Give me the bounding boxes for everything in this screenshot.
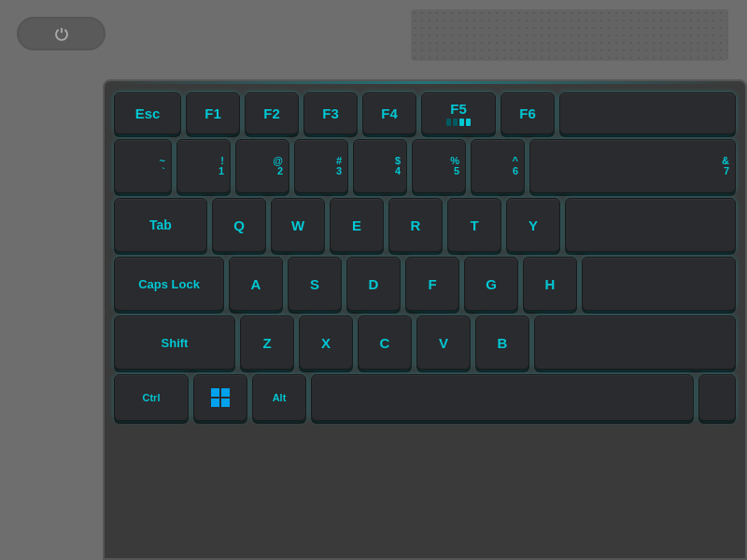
zxcv-key-row: Shift Z X C V B <box>114 315 736 370</box>
key-q[interactable]: Q <box>212 198 266 252</box>
key-f6[interactable]: F6 <box>500 92 555 134</box>
key-backtick[interactable]: ~ ` <box>114 139 172 193</box>
key-f[interactable]: F <box>405 257 459 311</box>
f5-brightness-indicators <box>446 119 471 126</box>
key-esc[interactable]: Esc <box>114 92 181 134</box>
key-4[interactable]: $ 4 <box>353 139 407 193</box>
qwerty-key-row: Tab Q W E R T Y <box>114 198 736 252</box>
key-v[interactable]: V <box>416 315 471 370</box>
win-quad-2 <box>221 388 230 397</box>
bar4 <box>466 119 471 126</box>
key-f5[interactable]: F5 <box>421 92 496 134</box>
key-alt[interactable]: Alt <box>252 374 306 421</box>
key-3[interactable]: # 3 <box>294 139 348 193</box>
speaker-grille <box>411 9 728 61</box>
key-2[interactable]: @ 2 <box>235 139 289 193</box>
key-j-partial[interactable] <box>582 257 736 311</box>
power-button[interactable] <box>17 17 106 50</box>
function-key-row: Esc F1 F2 F3 F4 F5 <box>114 92 736 134</box>
key-6[interactable]: ^ 6 <box>471 139 525 193</box>
key-f4[interactable]: F4 <box>362 92 416 134</box>
number-key-row: ~ ` ! 1 @ 2 # 3 $ 4 <box>114 139 736 193</box>
key-g[interactable]: G <box>464 257 518 311</box>
power-button-area <box>17 17 106 50</box>
key-z[interactable]: Z <box>240 315 294 370</box>
key-caps-lock[interactable]: Caps Lock <box>114 257 224 311</box>
win-quad-1 <box>211 388 219 397</box>
key-r[interactable]: R <box>388 198 443 252</box>
key-d[interactable]: D <box>346 257 401 311</box>
power-icon <box>53 25 70 42</box>
key-windows[interactable] <box>193 374 247 421</box>
key-b[interactable]: B <box>475 315 529 370</box>
key-altgr-partial[interactable] <box>698 374 736 421</box>
bottom-key-row: Ctrl Alt <box>114 374 736 421</box>
key-u-partial[interactable] <box>565 198 736 252</box>
key-t[interactable]: T <box>447 198 501 252</box>
key-shift-left[interactable]: Shift <box>114 315 235 370</box>
windows-icon <box>211 388 230 407</box>
win-quad-3 <box>211 399 219 407</box>
grille-dots-pattern <box>411 9 728 61</box>
key-5[interactable]: % 5 <box>412 139 466 193</box>
key-space[interactable] <box>311 374 694 421</box>
bar3 <box>459 119 464 126</box>
asdf-key-row: Caps Lock A S D F G H <box>114 257 736 311</box>
key-a[interactable]: A <box>229 257 283 311</box>
keyboard-container: Esc F1 F2 F3 F4 F5 <box>103 79 747 560</box>
key-f3[interactable]: F3 <box>303 92 358 134</box>
key-y[interactable]: Y <box>506 198 560 252</box>
keyboard-inner: Esc F1 F2 F3 F4 F5 <box>114 92 736 421</box>
key-w[interactable]: W <box>271 198 325 252</box>
key-tab[interactable]: Tab <box>114 198 207 252</box>
laptop-body: Esc F1 F2 F3 F4 F5 <box>0 0 747 560</box>
bar1 <box>446 119 451 126</box>
key-x[interactable]: X <box>299 315 353 370</box>
key-c[interactable]: C <box>358 315 412 370</box>
key-ctrl[interactable]: Ctrl <box>114 374 189 421</box>
key-f1[interactable]: F1 <box>186 92 240 134</box>
win-quad-4 <box>221 399 230 407</box>
key-e[interactable]: E <box>330 198 384 252</box>
key-n-partial[interactable] <box>534 315 736 370</box>
key-s[interactable]: S <box>288 257 342 311</box>
key-7-partial[interactable]: & 7 <box>529 139 736 193</box>
key-f2[interactable]: F2 <box>245 92 299 134</box>
bar2 <box>453 119 458 126</box>
key-1[interactable]: ! 1 <box>176 139 231 193</box>
key-h[interactable]: H <box>523 257 577 311</box>
key-f7-partial[interactable] <box>559 92 736 134</box>
